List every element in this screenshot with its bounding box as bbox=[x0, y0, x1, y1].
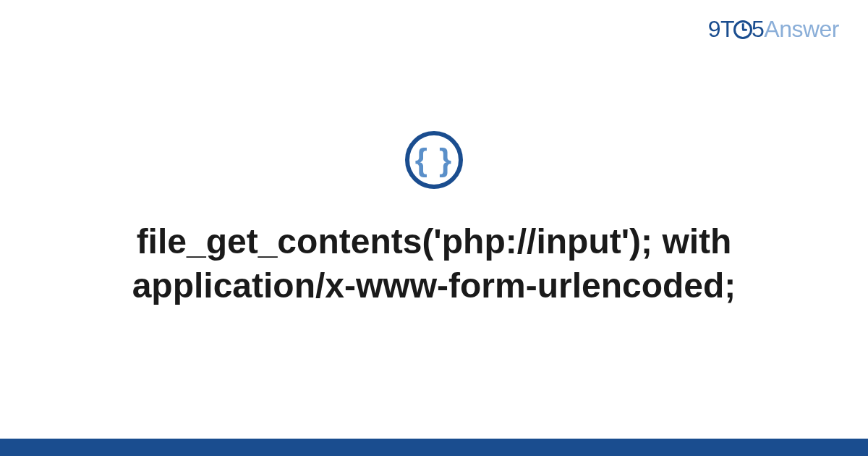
main-content: { } file_get_contents('php://input'); wi… bbox=[0, 0, 868, 439]
category-icon-circle: { } bbox=[405, 131, 463, 189]
footer-accent-bar bbox=[0, 439, 868, 456]
question-title: file_get_contents('php://input'); with a… bbox=[87, 219, 781, 308]
code-braces-icon: { } bbox=[415, 144, 453, 176]
